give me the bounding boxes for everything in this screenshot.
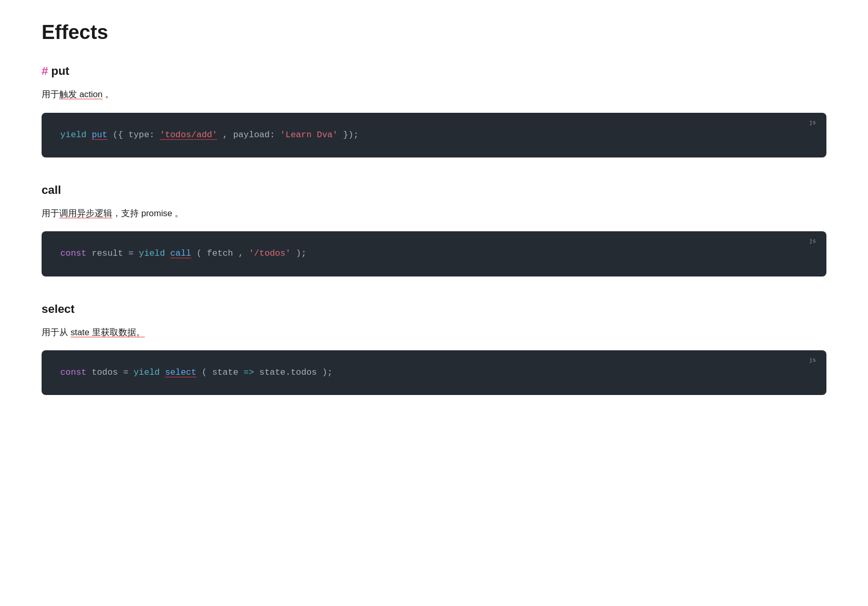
kw-const: const <box>60 248 86 258</box>
kw-const2: const <box>60 367 86 377</box>
section-description-put: 用于触发 action 。 <box>42 87 826 102</box>
str-todos: '/todos' <box>249 248 291 258</box>
arrow: => <box>244 367 254 377</box>
heading-label-select: select <box>42 302 75 316</box>
paren-open3: ( <box>202 367 207 377</box>
state-todos: state.todos <box>259 367 317 377</box>
code-block-put: js yield put ({ type: 'todos/add' , payl… <box>42 113 826 157</box>
fn-put: put <box>91 130 107 140</box>
section-description-call: 用于调用异步逻辑，支持 promise 。 <box>42 206 826 221</box>
underline-action: 触发 action <box>59 89 102 99</box>
kw-yield3: yield <box>134 367 160 377</box>
fn-fetch: fetch <box>207 248 233 258</box>
heading-hash: # <box>42 64 48 78</box>
section-heading-put: # put <box>42 64 826 78</box>
str-learn-dva: 'Learn Dva' <box>280 130 338 140</box>
comma1: , <box>222 130 228 140</box>
underline-async: 调用异步逻辑 <box>59 208 112 218</box>
kw-yield: yield <box>60 130 86 140</box>
brace-close: }); <box>343 130 359 140</box>
code-line-put: yield put ({ type: 'todos/add' , payload… <box>60 127 808 143</box>
code-block-select: js const todos = yield select ( state =>… <box>42 350 826 395</box>
var-todos: todos <box>91 367 117 377</box>
section-heading-call: call <box>42 183 826 197</box>
section-call: call 用于调用异步逻辑，支持 promise 。 js const resu… <box>42 183 826 276</box>
heading-label-put: put <box>51 64 69 78</box>
heading-label-call: call <box>42 183 61 197</box>
section-select: select 用于从 state 里获取数据。 js const todos =… <box>42 302 826 396</box>
code-line-call: const result = yield call ( fetch , '/to… <box>60 246 808 261</box>
kw-type: type: <box>128 130 154 140</box>
paren-close3: ); <box>322 367 333 377</box>
paren-open: ({ <box>113 130 123 140</box>
page-title: Effects <box>42 21 826 44</box>
kw-yield2: yield <box>139 248 165 258</box>
eq: = <box>128 248 134 258</box>
code-block-call: js const result = yield call ( fetch , '… <box>42 231 826 276</box>
section-put: # put 用于触发 action 。 js yield put ({ type… <box>42 64 826 157</box>
fn-select: select <box>165 367 196 377</box>
str-todos-add: 'todos/add' <box>160 130 217 140</box>
var-result: result <box>91 248 123 258</box>
code-label-select: js <box>809 357 816 363</box>
param-state: state <box>212 367 238 377</box>
underline-state: state 里获取数据。 <box>71 327 145 337</box>
kw-payload: payload: <box>233 130 275 140</box>
section-heading-select: select <box>42 302 826 316</box>
code-label-call: js <box>809 238 816 244</box>
paren-close2: ); <box>296 248 306 258</box>
code-label-put: js <box>809 119 816 126</box>
code-line-select: const todos = yield select ( state => st… <box>60 365 808 380</box>
eq2: = <box>123 367 128 377</box>
section-description-select: 用于从 state 里获取数据。 <box>42 325 826 340</box>
comma2: , <box>239 248 244 258</box>
fn-call: call <box>170 248 191 258</box>
paren-open2: ( <box>196 248 202 258</box>
